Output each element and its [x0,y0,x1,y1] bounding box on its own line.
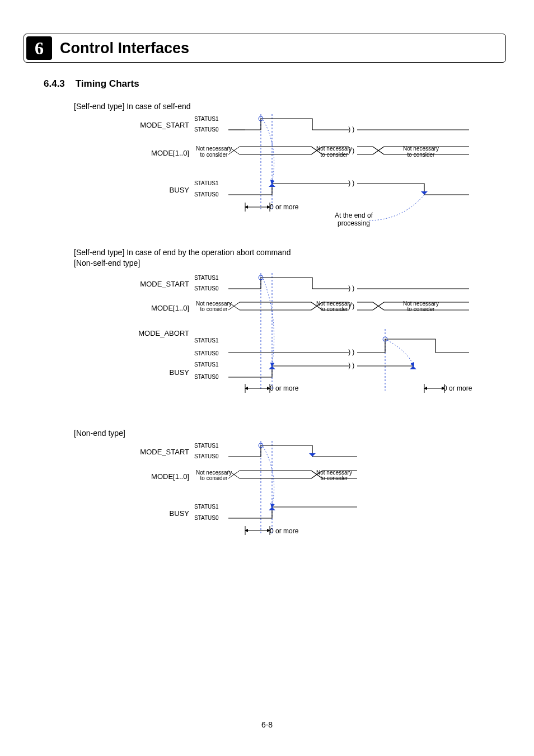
svg-marker-25 [269,507,275,510]
timing-chart-abort: MODE_START MODE[1..0] MODE_ABORT BUSY ST… [107,273,506,419]
svg-marker-14 [410,366,416,369]
svg-marker-4 [421,191,428,195]
timing-chart-self-end: MODE_START MODE[1..0] BUSY STATUS1 STATU… [107,114,506,237]
section-number: 6.4.3 [44,78,65,89]
section-title: Timing Charts [76,78,139,89]
chart2-caption: [Self-end type] In case of end by the op… [74,247,506,269]
svg-marker-24 [309,453,316,457]
page-number: 6-8 [0,720,534,729]
chapter-header: 6 Control Interfaces [24,34,506,63]
chapter-number-badge: 6 [26,36,52,60]
svg-marker-13 [269,366,275,369]
chart1-caption: [Self-end type] In case of self-end [74,102,506,111]
svg-marker-3 [269,184,275,187]
timing-chart-non-end: MODE_START MODE[1..0] BUSY STATUS1 STATU… [107,441,506,547]
section-heading: 6.4.3 Timing Charts [44,78,506,90]
chart3-caption: [Non-end type] [74,429,506,438]
chapter-title: Control Interfaces [60,40,189,57]
